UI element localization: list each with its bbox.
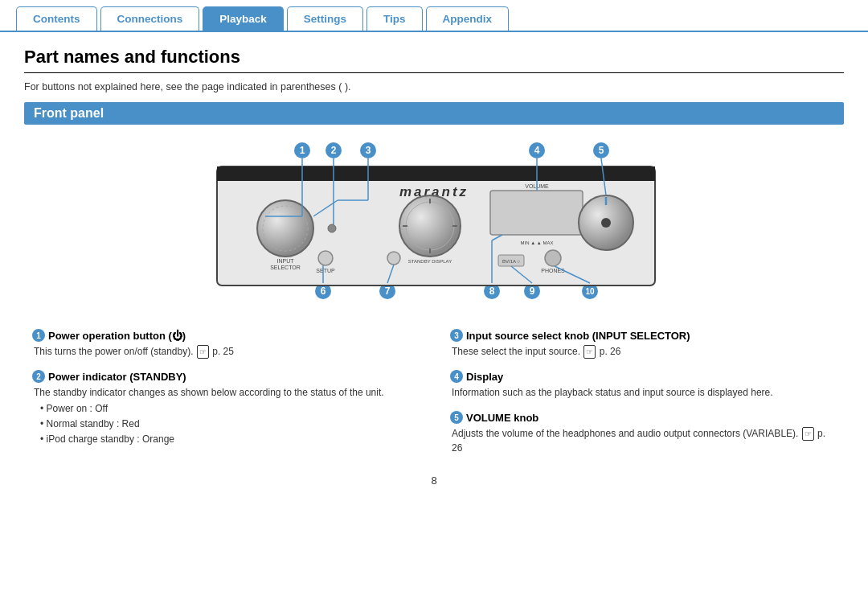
svg-text:4: 4 <box>534 145 540 156</box>
svg-rect-20 <box>217 166 655 285</box>
desc-item-5: 5 VOLUME knob Adjusts the volume of the … <box>450 411 836 455</box>
svg-rect-21 <box>217 166 655 181</box>
list-item: Power on : Off <box>40 401 418 417</box>
device-diagram: 1 2 3 4 5 6 7 <box>145 136 723 313</box>
svg-text:2: 2 <box>331 145 337 156</box>
svg-line-62 <box>555 266 590 283</box>
svg-point-42 <box>601 218 611 228</box>
svg-point-37 <box>387 252 400 265</box>
svg-rect-38 <box>490 191 583 235</box>
page-title: Part names and functions <box>24 47 844 73</box>
descriptions-right: 3 Input source select knob (INPUT SELECT… <box>450 329 836 466</box>
svg-line-61 <box>511 266 532 283</box>
intro-text: For buttons not explained here, see the … <box>24 81 844 92</box>
svg-point-41 <box>579 195 633 250</box>
svg-text:1: 1 <box>300 145 305 156</box>
badge-4: 4 <box>450 370 463 383</box>
svg-text:3: 3 <box>366 145 371 156</box>
svg-point-16 <box>524 283 540 299</box>
svg-line-60 <box>492 235 502 240</box>
svg-text:SETUP: SETUP <box>316 268 335 273</box>
desc-title-4: 4 Display <box>450 370 836 383</box>
svg-point-4 <box>360 142 376 158</box>
device-diagram-area: 1 2 3 4 5 6 7 <box>24 136 844 313</box>
svg-text:10: 10 <box>585 287 595 296</box>
svg-text:8: 8 <box>489 285 495 297</box>
desc-title-3: 3 Input source select knob (INPUT SELECT… <box>450 329 836 342</box>
svg-point-30 <box>399 195 461 257</box>
svg-point-25 <box>263 206 308 251</box>
svg-text:5: 5 <box>599 145 604 156</box>
svg-line-56 <box>601 158 606 195</box>
desc-item-4: 4 Display Information such as the playba… <box>450 370 836 400</box>
descriptions-grid: 1 Power operation button (⏻) This turns … <box>24 329 844 466</box>
svg-rect-47 <box>498 255 524 266</box>
svg-point-28 <box>318 251 333 265</box>
svg-text:INPUT: INPUT <box>277 258 295 264</box>
tab-connections[interactable]: Connections <box>100 6 200 31</box>
tab-tips[interactable]: Tips <box>366 6 423 31</box>
svg-line-58 <box>387 265 394 283</box>
list-item: iPod charge standby : Orange <box>40 432 418 447</box>
svg-text:PHONES: PHONES <box>541 268 565 273</box>
svg-line-54 <box>313 200 338 216</box>
desc-item-2: 2 Power indicator (STANDBY) The standby … <box>32 370 418 448</box>
svg-point-2 <box>326 142 342 158</box>
badge-3: 3 <box>450 329 463 342</box>
page-content: Part names and functions For buttons not… <box>0 32 868 503</box>
tab-contents[interactable]: Contents <box>16 6 97 31</box>
section-header-front-panel: Front panel <box>24 102 844 125</box>
svg-point-18 <box>582 283 598 299</box>
tab-playback[interactable]: Playback <box>203 6 284 31</box>
page-number: 8 <box>24 474 844 487</box>
svg-point-12 <box>379 283 395 299</box>
svg-text:6: 6 <box>321 285 326 297</box>
svg-text:BV/1A ○: BV/1A ○ <box>502 259 520 264</box>
list-item: Normal standby : Red <box>40 417 418 432</box>
svg-point-6 <box>529 142 545 158</box>
badge-2: 2 <box>32 370 45 383</box>
desc-title-1: 1 Power operation button (⏻) <box>32 329 418 342</box>
tab-settings[interactable]: Settings <box>287 6 363 31</box>
svg-text:SELECTOR: SELECTOR <box>270 265 301 270</box>
svg-text:9: 9 <box>530 285 535 297</box>
svg-point-31 <box>406 202 454 250</box>
svg-point-0 <box>294 142 310 158</box>
svg-text:marantz: marantz <box>399 184 469 199</box>
standby-list: Power on : Off Normal standby : Red iPod… <box>32 401 418 448</box>
svg-text:STANDBY  DISPLAY: STANDBY DISPLAY <box>408 259 452 264</box>
svg-point-46 <box>328 224 336 232</box>
svg-point-14 <box>484 283 500 299</box>
diagram-svg: 1 2 3 4 5 6 7 <box>145 136 723 313</box>
svg-text:VOLUME: VOLUME <box>525 183 549 189</box>
svg-rect-22 <box>217 176 655 181</box>
desc-title-2: 2 Power indicator (STANDBY) <box>32 370 418 383</box>
badge-1: 1 <box>32 329 45 342</box>
svg-text:MIN ▲               ▲ MAX: MIN ▲ ▲ MAX <box>521 240 554 245</box>
badge-5: 5 <box>450 411 463 424</box>
tab-appendix[interactable]: Appendix <box>426 6 510 31</box>
navigation-bar: Contents Connections Playback Settings T… <box>0 0 868 32</box>
desc-item-1: 1 Power operation button (⏻) This turns … <box>32 329 418 359</box>
svg-point-24 <box>257 200 313 257</box>
desc-title-5: 5 VOLUME knob <box>450 411 836 424</box>
desc-item-3: 3 Input source select knob (INPUT SELECT… <box>450 329 836 359</box>
svg-point-44 <box>545 250 561 266</box>
svg-point-10 <box>315 283 331 299</box>
descriptions-left: 1 Power operation button (⏻) This turns … <box>32 329 418 466</box>
svg-text:7: 7 <box>385 285 391 297</box>
svg-point-8 <box>593 142 609 158</box>
